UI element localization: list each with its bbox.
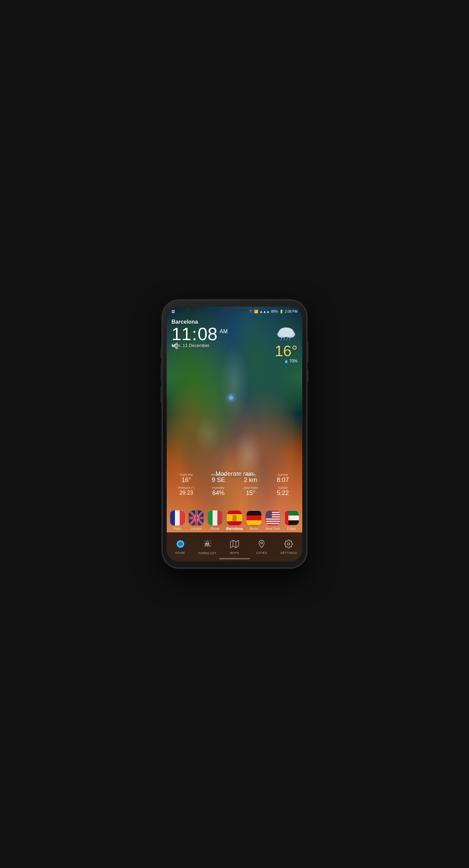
stat-pressure: Pressure (") 29.23: [170, 485, 202, 498]
city-dubai[interactable]: Dubai: [284, 510, 299, 531]
stat-feels-like: Feels like 16°: [170, 472, 202, 485]
city-label-rome: Rome: [211, 527, 220, 531]
cities-row: Paris: [167, 510, 302, 531]
svg-rect-21: [189, 517, 204, 519]
svg-line-3: [174, 346, 176, 347]
city-label-dubai: Dubai: [287, 527, 296, 531]
svg-point-35: [178, 541, 183, 546]
stat-sunset: Sunset 5:22: [267, 485, 299, 498]
battery-icon: 🔋: [279, 310, 283, 313]
weather-cloud-icon: [275, 325, 297, 342]
stat-value-wind: 9 SE: [203, 477, 234, 484]
city-label-newyork: New York: [266, 527, 280, 531]
nav-label-cities: CITIES: [256, 551, 267, 555]
nav-settings[interactable]: SETTINGS: [275, 540, 302, 555]
svg-line-4: [174, 344, 176, 345]
time-ampm: AM: [219, 328, 228, 335]
earpiece-speaker: [221, 309, 248, 311]
svg-line-9: [284, 337, 285, 340]
stat-value-sunrise: 8:07: [267, 477, 298, 484]
flag-uae: [284, 510, 299, 525]
nav-maps[interactable]: MAPS: [221, 540, 248, 555]
clock-status: 2:08 PM: [285, 310, 297, 313]
svg-rect-28: [266, 523, 280, 524]
city-label-paris: Paris: [174, 527, 181, 531]
volume-down-button[interactable]: [161, 364, 162, 381]
nav-label-maps: MAPS: [230, 551, 239, 555]
stat-visibility: Visibility 2 km: [234, 472, 267, 485]
city-label-berlin: Berlin: [250, 527, 258, 531]
bottom-navigation: HOME FORECAST: [167, 532, 302, 561]
city-london[interactable]: London: [189, 510, 204, 531]
city-paris[interactable]: Paris: [170, 510, 185, 531]
gallery-icon: 🖼: [172, 310, 175, 313]
flag-germany: [246, 510, 262, 525]
city-label-barcelona: Barcelona: [226, 527, 243, 531]
stat-humidity: Humidity 64%: [202, 485, 234, 498]
flag-france: [170, 510, 185, 525]
flag-uk: [189, 510, 204, 525]
share-icon[interactable]: [172, 343, 178, 351]
temperature-display: 16°: [275, 344, 297, 359]
city-label-london: London: [191, 527, 202, 531]
status-left-icons: 🖼: [172, 310, 175, 313]
stat-label-visibility: Visibility: [235, 473, 266, 477]
time-minute: 08: [198, 325, 217, 343]
nav-label-settings: SETTINGS: [280, 551, 297, 555]
svg-point-2: [176, 347, 178, 349]
stat-dew-point: Dew Point 15°: [234, 485, 267, 498]
stat-value-dew-point: 15°: [235, 490, 266, 497]
flag-spain: [227, 510, 242, 525]
home-icon: [176, 540, 185, 550]
wifi-icon: 📶: [254, 310, 258, 313]
nav-label-forecast: FORECAST: [198, 551, 216, 555]
city-newyork[interactable]: New York: [265, 510, 280, 531]
flag-italy: [207, 510, 223, 525]
nav-home[interactable]: HOME: [167, 540, 194, 555]
svg-point-0: [176, 343, 178, 345]
nav-label-home: HOME: [175, 551, 185, 555]
svg-rect-33: [285, 511, 289, 525]
phone-device: 🖼 📍 📶 ▲▲▲ 89% 🔋 2:08 PM Barcelona 11 : 0…: [163, 300, 306, 568]
status-right-icons: 📍 📶 ▲▲▲ 89% 🔋 2:08 PM: [249, 310, 297, 313]
cities-icon: [257, 540, 266, 550]
weather-right-section: 16° 💧 70%: [275, 325, 297, 363]
nav-cities[interactable]: CITIES: [248, 540, 275, 555]
svg-point-6: [277, 331, 287, 338]
settings-icon: [284, 540, 293, 550]
power-button-left[interactable]: [161, 386, 162, 403]
nav-forecast[interactable]: FORECAST: [194, 539, 221, 555]
location-icon: 📍: [249, 310, 253, 313]
stat-value-visibility: 2 km: [235, 477, 266, 484]
stat-wind: Wind (m/s) 9 SE: [202, 472, 234, 485]
city-berlin[interactable]: Berlin: [246, 510, 262, 531]
stat-label-pressure: Pressure ("): [171, 486, 202, 490]
svg-point-7: [286, 331, 295, 338]
svg-marker-39: [230, 540, 239, 548]
stat-value-feels-like: 16°: [171, 477, 202, 484]
volume-up-button[interactable]: [161, 348, 162, 359]
raindrop-icon: 💧: [284, 359, 288, 363]
stat-value-pressure: 29.23: [171, 490, 202, 496]
battery-percent: 89%: [271, 310, 278, 313]
svg-point-1: [173, 345, 174, 347]
humidity-display: 💧 70%: [275, 359, 297, 363]
maps-icon: [230, 540, 239, 550]
svg-rect-29: [266, 511, 272, 518]
stat-label-wind: Wind (m/s): [203, 473, 234, 477]
stat-value-sunset: 5:22: [267, 490, 298, 497]
svg-point-42: [261, 542, 262, 544]
home-indicator[interactable]: [219, 558, 250, 559]
weather-stats-grid: Feels like 16° Wind (m/s) 9 SE Visibilit…: [167, 472, 302, 498]
stat-label-sunrise: Sunrise: [267, 473, 298, 477]
time-hour: 11: [172, 325, 191, 343]
stat-sunrise: Sunrise 8:07: [267, 472, 299, 485]
stat-value-humidity: 64%: [203, 490, 234, 497]
phone-screen: 🖼 📍 📶 ▲▲▲ 89% 🔋 2:08 PM Barcelona 11 : 0…: [167, 307, 302, 561]
signal-icon: ▲▲▲: [259, 310, 270, 313]
svg-rect-26: [266, 519, 280, 520]
svg-line-10: [287, 337, 288, 340]
city-rome[interactable]: Rome: [207, 510, 223, 531]
svg-point-43: [288, 543, 290, 545]
city-barcelona[interactable]: Barcelona: [226, 510, 243, 531]
